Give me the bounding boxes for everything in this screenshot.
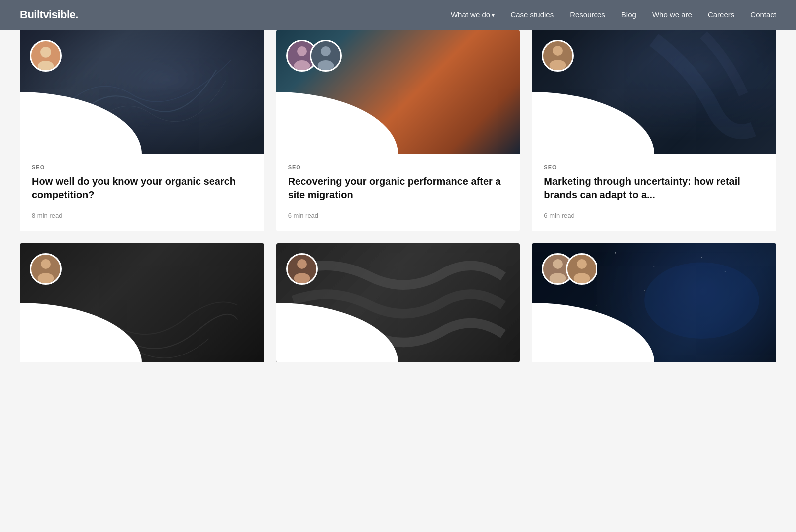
card-image-3: Michelle Adenle 2nd May 2023	[532, 30, 776, 154]
svg-point-23	[654, 266, 655, 267]
nav-link-who-we-are[interactable]: Who we are	[652, 10, 692, 19]
card-category-1: SEO	[32, 164, 252, 170]
svg-point-24	[701, 257, 702, 258]
svg-point-10	[553, 46, 563, 56]
card-author-2: Maria Camanes Adam Wolak 17th May 2023	[286, 114, 341, 144]
blog-card-2[interactable]: Maria Camanes Adam Wolak 17th May 2023 S…	[276, 30, 520, 231]
nav-item-who-we-are[interactable]: Who we are	[652, 10, 692, 19]
svg-point-26	[644, 290, 645, 291]
blog-card-1[interactable]: James Brewster 21st June 2023 SEO How we…	[20, 30, 264, 231]
card-image-4: Michelle Adenle 23rd February 2023	[20, 243, 264, 362]
card-content-2: SEO Recovering your organic performance …	[276, 154, 520, 231]
card-avatars-6	[542, 253, 597, 285]
avatar-joyce-sissi	[286, 253, 318, 285]
svg-point-2	[38, 61, 54, 72]
card-avatars-5	[286, 253, 318, 285]
card-title-2: Recovering your organic performance afte…	[288, 175, 508, 202]
svg-point-27	[596, 305, 597, 306]
author-date-4: 23rd February 2023	[30, 345, 91, 353]
nav-item-blog[interactable]: Blog	[621, 10, 636, 19]
nav-link-careers[interactable]: Careers	[708, 10, 734, 19]
svg-point-19	[297, 259, 307, 269]
author-date-5: 22nd February 2023	[286, 345, 349, 353]
author-name-2a: Maria Camanes	[286, 114, 341, 125]
card-author-6: Riddhi Khatri Michelle Adenle 9th Februa…	[542, 323, 598, 353]
nav-item-resources[interactable]: Resources	[570, 10, 605, 19]
blog-card-3[interactable]: Michelle Adenle 2nd May 2023 SEO Marketi…	[532, 30, 776, 231]
svg-point-16	[38, 273, 54, 284]
nav-link-case-studies[interactable]: Case studies	[510, 10, 554, 19]
avatar-michelle-adenle-3	[542, 40, 574, 72]
nav-link-contact[interactable]: Contact	[750, 10, 776, 19]
card-image-5: Joyce Sissi 22nd February 2023	[276, 243, 520, 362]
blog-card-5[interactable]: Joyce Sissi 22nd February 2023	[276, 243, 520, 362]
author-name-6b: Michelle Adenle	[542, 333, 598, 344]
author-name-1: James Brewster	[30, 125, 87, 135]
blog-card-6[interactable]: Riddhi Khatri Michelle Adenle 9th Februa…	[532, 243, 776, 362]
card-avatars-1	[30, 40, 62, 72]
card-read-time-3: 6 min read	[544, 207, 764, 219]
svg-point-20	[294, 273, 310, 284]
card-avatars-4	[30, 253, 62, 285]
avatar-james-brewster	[30, 40, 62, 72]
card-read-time-1: 8 min read	[32, 207, 252, 219]
svg-point-35	[574, 273, 590, 284]
main-nav: Builtvisible. What we do Case studies Re…	[0, 0, 796, 30]
avatar-michelle-adenle-6	[566, 253, 597, 285]
card-author-1: James Brewster 21st June 2023	[30, 125, 87, 144]
svg-point-8	[317, 60, 334, 71]
svg-point-15	[41, 259, 51, 269]
card-image-6: Riddhi Khatri Michelle Adenle 9th Februa…	[532, 243, 776, 362]
svg-point-4	[297, 46, 307, 56]
card-content-1: SEO How well do you know your organic se…	[20, 154, 264, 231]
nav-link-blog[interactable]: Blog	[621, 10, 636, 19]
nav-item-contact[interactable]: Contact	[750, 10, 776, 19]
svg-point-31	[553, 259, 563, 269]
svg-point-7	[321, 46, 331, 56]
svg-point-5	[294, 60, 310, 71]
blog-cards-grid: James Brewster 21st June 2023 SEO How we…	[0, 30, 796, 382]
nav-link-resources[interactable]: Resources	[570, 10, 605, 19]
svg-point-11	[550, 60, 566, 71]
nav-item-case-studies[interactable]: Case studies	[510, 10, 554, 19]
card-image-1: James Brewster 21st June 2023	[20, 30, 264, 154]
site-logo[interactable]: Builtvisible.	[20, 8, 78, 21]
author-name-2b: Adam Wolak	[286, 125, 341, 135]
author-date-1: 21st June 2023	[30, 136, 87, 144]
card-avatars-3	[542, 40, 574, 72]
nav-item-careers[interactable]: Careers	[708, 10, 734, 19]
author-name-4: Michelle Adenle	[30, 333, 91, 344]
svg-point-34	[577, 259, 587, 269]
author-name-5: Joyce Sissi	[286, 333, 349, 344]
author-name-3: Michelle Adenle	[542, 125, 598, 135]
blog-card-4[interactable]: Michelle Adenle 23rd February 2023	[20, 243, 264, 362]
card-author-3: Michelle Adenle 2nd May 2023	[542, 125, 598, 144]
avatar-michelle-adenle-4	[30, 253, 62, 285]
author-name-6a: Riddhi Khatri	[542, 323, 598, 333]
card-author-4: Michelle Adenle 23rd February 2023	[30, 333, 91, 353]
card-category-3: SEO	[544, 164, 764, 170]
card-image-2: Maria Camanes Adam Wolak 17th May 2023	[276, 30, 520, 154]
svg-point-32	[550, 273, 566, 284]
card-category-2: SEO	[288, 164, 508, 170]
nav-link-what-we-do[interactable]: What we do	[451, 10, 495, 19]
author-date-2: 17th May 2023	[286, 136, 341, 144]
card-author-5: Joyce Sissi 22nd February 2023	[286, 333, 349, 353]
avatar-adam-wolak	[310, 40, 342, 72]
author-date-3: 2nd May 2023	[542, 136, 598, 144]
nav-item-what-we-do[interactable]: What we do	[451, 10, 495, 19]
card-title-1: How well do you know your organic search…	[32, 175, 252, 202]
nav-links: What we do Case studies Resources Blog W…	[451, 10, 776, 19]
svg-point-28	[644, 262, 759, 339]
svg-point-1	[40, 47, 51, 58]
card-read-time-2: 6 min read	[288, 207, 508, 219]
card-title-3: Marketing through uncertainty: how retai…	[544, 175, 764, 202]
card-avatars-2	[286, 40, 342, 72]
card-content-3: SEO Marketing through uncertainty: how r…	[532, 154, 776, 231]
svg-point-22	[615, 252, 616, 254]
author-date-6: 9th February 2023	[542, 345, 598, 353]
